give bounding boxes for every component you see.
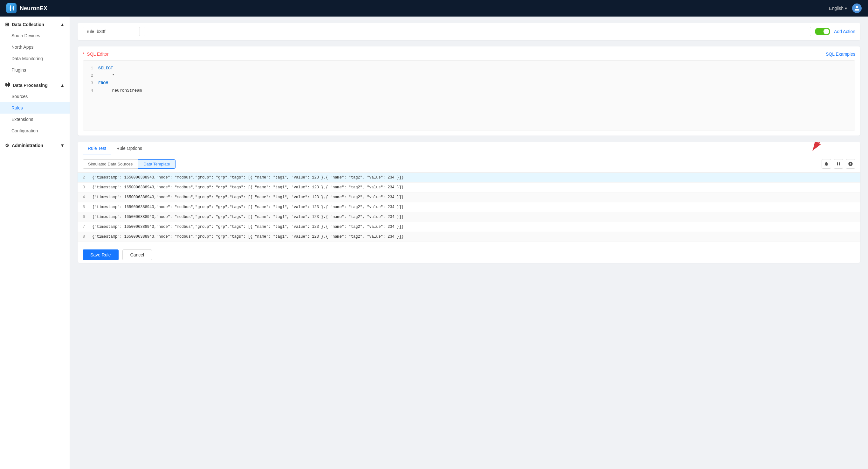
add-action-button[interactable]: Add Action (834, 29, 855, 34)
sidebar-section-data-processing: Data Processing ▲ Sources Rules Extensio… (0, 77, 70, 138)
app-body: ⊞ Data Collection ▲ South Devices North … (0, 17, 868, 469)
data-collection-label: Data Collection (12, 22, 44, 27)
sidebar-group-data-processing[interactable]: Data Processing ▲ (0, 78, 70, 91)
data-processing-label: Data Processing (13, 83, 48, 88)
data-row: 2{"timestamp": 1650006388943,"node": "mo… (78, 173, 860, 183)
administration-chevron: ▼ (60, 143, 65, 148)
sidebar-item-sources[interactable]: Sources (0, 91, 70, 102)
sidebar-item-plugins[interactable]: Plugins (0, 64, 70, 76)
main-content: Add Action * SQL Editor SQL Examples 1 S… (70, 17, 868, 469)
svg-rect-4 (5, 83, 6, 86)
data-processing-icon (5, 82, 10, 88)
sub-tabs-left: Simulated Data Sources Data Template (83, 159, 176, 169)
code-line-1: 1 SELECT (87, 65, 851, 72)
svg-rect-7 (8, 82, 9, 87)
rule-description-input[interactable] (144, 27, 811, 36)
data-row: 3{"timestamp": 1650006388943,"node": "mo… (78, 183, 860, 193)
code-line-3: 3 FROM (87, 80, 851, 87)
data-processing-chevron: ▲ (60, 83, 65, 88)
pause-icon-button[interactable] (834, 159, 843, 169)
administration-icon: ⚙ (5, 143, 9, 148)
rule-toggle[interactable] (815, 28, 830, 35)
sidebar-item-configuration[interactable]: Configuration (0, 125, 70, 137)
header-left: NeuronEX (6, 3, 48, 13)
data-collection-icon: ⊞ (5, 22, 9, 27)
cancel-button[interactable]: Cancel (122, 250, 152, 260)
data-rows: 2{"timestamp": 1650006388943,"node": "mo… (78, 173, 860, 244)
app-name: NeuronEX (20, 5, 48, 12)
svg-rect-2 (12, 7, 13, 9)
tab-rule-test[interactable]: Rule Test (83, 142, 111, 155)
bell-icon-button[interactable] (822, 159, 831, 169)
language-label: English (829, 6, 843, 11)
sidebar-item-rules[interactable]: Rules (0, 102, 70, 114)
sub-tabs-bar: Simulated Data Sources Data Template (78, 155, 860, 173)
sql-editor-header: * SQL Editor SQL Examples (83, 52, 855, 57)
sidebar-section-administration: ⚙ Administration ▼ (0, 138, 70, 152)
sidebar-group-administration[interactable]: ⚙ Administration ▼ (0, 139, 70, 150)
language-selector[interactable]: English ▾ (829, 6, 847, 11)
play-icon-button[interactable] (846, 159, 855, 169)
svg-rect-3 (13, 6, 14, 10)
svg-rect-0 (8, 7, 9, 10)
sidebar-item-north-apps[interactable]: North Apps (0, 41, 70, 53)
administration-label: Administration (12, 143, 43, 148)
sub-tab-data-template[interactable]: Data Template (138, 159, 176, 169)
sub-tab-simulated[interactable]: Simulated Data Sources (83, 159, 138, 169)
rule-name-input[interactable] (83, 27, 140, 36)
sidebar-item-data-monitoring[interactable]: Data Monitoring (0, 53, 70, 64)
save-rule-button[interactable]: Save Rule (83, 250, 119, 260)
top-bar: Add Action (78, 23, 860, 40)
svg-rect-8 (9, 83, 10, 86)
data-row: 7{"timestamp": 1650006388943,"node": "mo… (78, 222, 860, 232)
app-logo (6, 3, 17, 13)
sidebar: ⊞ Data Collection ▲ South Devices North … (0, 17, 70, 469)
sidebar-item-extensions[interactable]: Extensions (0, 114, 70, 125)
data-row: 6{"timestamp": 1650006388943,"node": "mo… (78, 212, 860, 222)
sql-examples-button[interactable]: SQL Examples (826, 52, 855, 57)
required-star: * (83, 52, 86, 57)
footer-buttons: Save Rule Cancel (78, 244, 860, 263)
sql-code-editor[interactable]: 1 SELECT 2 * 3 FROM 4 neuronStream (83, 60, 855, 130)
sidebar-group-data-collection[interactable]: ⊞ Data Collection ▲ (0, 18, 70, 30)
tab-rule-options[interactable]: Rule Options (111, 142, 147, 155)
sidebar-section-data-collection: ⊞ Data Collection ▲ South Devices North … (0, 17, 70, 77)
data-row: 4{"timestamp": 1650006388943,"node": "mo… (78, 193, 860, 202)
tabs-section: Result Rule Test Rule Options (78, 142, 860, 263)
data-collection-chevron: ▲ (60, 22, 65, 27)
sql-editor-label: * SQL Editor (83, 52, 110, 57)
svg-rect-1 (10, 5, 11, 11)
code-line-4: 4 neuronStream (87, 87, 851, 94)
tabs-header: Rule Test Rule Options (78, 142, 860, 155)
svg-rect-6 (7, 84, 8, 86)
sql-editor-section: * SQL Editor SQL Examples 1 SELECT 2 * 3… (78, 47, 860, 136)
data-row: 5{"timestamp": 1650006388943,"node": "mo… (78, 202, 860, 212)
user-avatar[interactable] (852, 3, 862, 13)
sub-tabs-right (822, 159, 855, 169)
header-right: English ▾ (829, 3, 862, 13)
svg-rect-5 (6, 83, 7, 87)
language-chevron: ▾ (845, 6, 847, 11)
sidebar-item-south-devices[interactable]: South Devices (0, 30, 70, 41)
app-header: NeuronEX English ▾ (0, 0, 868, 17)
code-line-2: 2 * (87, 72, 851, 79)
data-row: 8{"timestamp": 1650006388943,"node": "mo… (78, 232, 860, 242)
